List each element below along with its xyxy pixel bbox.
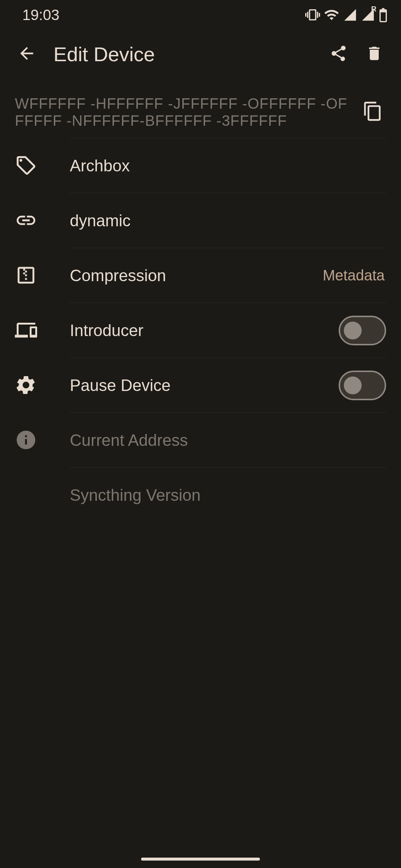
copy-id-button[interactable] — [358, 97, 388, 127]
device-name-row[interactable]: Archbox — [0, 138, 401, 193]
trash-icon — [365, 45, 383, 64]
roaming-badge: R — [371, 5, 376, 13]
status-time: 19:03 — [22, 7, 59, 23]
info-icon — [15, 429, 37, 451]
signal-roaming-icon: R — [361, 8, 375, 22]
battery-icon — [379, 7, 388, 22]
archive-icon — [15, 264, 37, 286]
vibrate-icon — [305, 7, 320, 22]
introducer-row[interactable]: Introducer — [0, 303, 401, 358]
current-address-row: Current Address — [0, 412, 401, 467]
back-button[interactable] — [9, 36, 45, 72]
page-title: Edit Device — [45, 43, 321, 66]
pause-row[interactable]: Pause Device — [0, 358, 401, 412]
signal-icon — [343, 8, 357, 22]
device-id-row: WFFFFFF -HFFFFFF -JFFFFFF -OFFFFFF -OFFF… — [0, 86, 401, 138]
introducer-label: Introducer — [70, 321, 339, 340]
share-button[interactable] — [321, 36, 356, 72]
tag-icon — [15, 154, 37, 177]
compression-label: Compression — [70, 266, 323, 285]
app-bar: Edit Device — [0, 30, 401, 79]
version-label: Syncthing Version — [70, 486, 386, 504]
content: WFFFFFF -HFFFFFF -JFFFFFF -OFFFFFF -OFFF… — [0, 79, 401, 522]
current-address-label: Current Address — [70, 431, 386, 450]
status-icons: R — [305, 7, 388, 23]
devices-icon — [15, 319, 37, 341]
pause-toggle[interactable] — [339, 371, 386, 400]
link-icon — [15, 209, 37, 231]
version-row: Syncthing Version — [0, 467, 401, 522]
wifi-icon — [324, 7, 339, 23]
gear-icon — [15, 374, 37, 396]
toggle-knob — [344, 377, 362, 394]
device-id-text: WFFFFFF -HFFFFFF -JFFFFFF -OFFFFFF -OFFF… — [15, 95, 352, 129]
share-icon — [329, 44, 348, 64]
pause-label: Pause Device — [70, 376, 339, 395]
gesture-bar — [141, 858, 260, 861]
compression-value: Metadata — [323, 267, 386, 284]
toggle-knob — [344, 322, 362, 339]
delete-button[interactable] — [356, 36, 392, 72]
copy-icon — [362, 101, 383, 123]
compression-row[interactable]: Compression Metadata — [0, 248, 401, 303]
device-address-row[interactable]: dynamic — [0, 193, 401, 248]
arrow-back-icon — [17, 44, 36, 65]
device-address-value: dynamic — [70, 211, 386, 230]
introducer-toggle[interactable] — [339, 316, 386, 345]
status-bar: 19:03 R — [0, 0, 401, 30]
device-name-value: Archbox — [70, 157, 386, 175]
